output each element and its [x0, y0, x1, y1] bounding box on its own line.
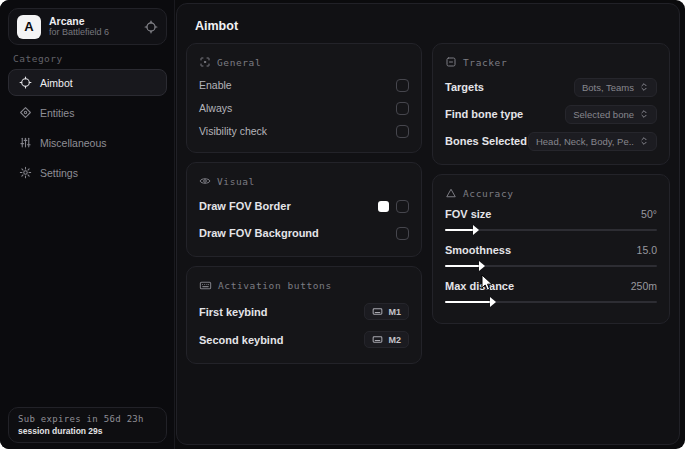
setting-label: Targets — [445, 81, 484, 93]
sidebar-item-label: Entities — [40, 107, 74, 119]
crosshair-icon[interactable] — [144, 20, 158, 34]
card-title: Activation buttons — [218, 280, 332, 291]
bones-selected-dropdown[interactable]: Head, Neck, Body, Pe.. — [528, 132, 657, 151]
sidebar-item-aimbot[interactable]: Aimbot — [8, 69, 167, 96]
sidebar-item-label: Settings — [40, 167, 78, 179]
chevrons-up-down-icon — [639, 109, 649, 119]
activation-card-header: Activation buttons — [199, 279, 409, 292]
slider-fill — [445, 229, 473, 231]
slider-header: Smoothness 15.0 — [445, 241, 657, 259]
setting-label: Enable — [199, 79, 232, 91]
keyboard-icon — [372, 334, 383, 345]
card-title: General — [217, 57, 261, 68]
targets-dropdown[interactable]: Bots, Teams — [574, 78, 657, 97]
app-subtitle: for Battlefield 6 — [49, 27, 136, 37]
dropdown-value: Bots, Teams — [582, 82, 634, 93]
dropdown-value: Head, Neck, Body, Pe.. — [536, 136, 634, 147]
keybind-value: M1 — [388, 307, 401, 317]
general-card-header: General — [199, 56, 409, 68]
slider-label: FOV size — [445, 208, 491, 220]
brand-card: A Arcane for Battlefield 6 — [8, 8, 167, 45]
main-panel: Aimbot General Enable — [176, 3, 680, 445]
subscription-info: Sub expires in 56d 23h session duration … — [8, 407, 167, 443]
brand-text: Arcane for Battlefield 6 — [49, 15, 136, 37]
chevrons-up-down-icon — [639, 136, 649, 146]
session-duration-text: session duration 29s — [18, 426, 157, 436]
setting-row: Always — [199, 97, 409, 119]
setting-label: Second keybind — [199, 334, 283, 346]
find-bone-type-dropdown[interactable]: Selected bone — [565, 105, 657, 124]
setting-label: Visibility check — [199, 125, 267, 137]
right-column: Tracker Targets Bots, Teams — [432, 43, 670, 324]
max-distance-slider[interactable] — [445, 301, 657, 303]
setting-row: Find bone type Selected bone — [445, 101, 657, 127]
setting-row: Bones Selected Head, Neck, Body, Pe.. — [445, 128, 657, 154]
card-title: Tracker — [463, 57, 507, 68]
control-group — [378, 200, 409, 213]
visibility-check-checkbox[interactable] — [396, 125, 409, 138]
triangle-icon — [445, 187, 457, 199]
accuracy-card-header: Accuracy — [445, 187, 657, 199]
smoothness-slider[interactable] — [445, 265, 657, 267]
draw-fov-border-checkbox[interactable] — [396, 200, 409, 213]
sidebar-nav: Aimbot Entities Miscellaneous — [8, 69, 167, 186]
second-keybind-button[interactable]: M2 — [364, 331, 409, 348]
sub-expiry-text: Sub expires in 56d 23h — [18, 414, 157, 424]
always-checkbox[interactable] — [396, 102, 409, 115]
sidebar-item-settings[interactable]: Settings — [8, 159, 167, 186]
dropdown-value: Selected bone — [573, 109, 634, 120]
slider-label: Max distance — [445, 280, 514, 292]
slider-fill — [445, 301, 490, 303]
slider-value: 15.0 — [637, 244, 657, 256]
visual-card: Visual Draw FOV Border Draw FOV Backgrou… — [186, 162, 422, 257]
setting-row: Draw FOV Border — [199, 193, 409, 219]
slider-header: FOV size 50° — [445, 205, 657, 223]
crosshair-icon — [19, 76, 32, 89]
eye-icon — [199, 175, 211, 187]
app-name: Arcane — [49, 15, 136, 27]
slider-row: Smoothness 15.0 — [445, 241, 657, 267]
tracker-card: Tracker Targets Bots, Teams — [432, 43, 670, 165]
keyboard-icon — [199, 279, 212, 292]
fov-size-slider[interactable] — [445, 229, 657, 231]
left-column: General Enable Always Visibility check — [186, 43, 422, 364]
sidebar-item-miscellaneous[interactable]: Miscellaneous — [8, 129, 167, 156]
setting-label: Always — [199, 102, 232, 114]
slider-thumb[interactable] — [490, 297, 496, 307]
slider-value: 50° — [641, 208, 657, 220]
sliders-icon — [19, 136, 32, 149]
card-title: Visual — [217, 176, 255, 187]
visual-card-header: Visual — [199, 175, 409, 187]
scan-crosshair-icon — [199, 56, 211, 68]
gear-icon — [19, 166, 32, 179]
sidebar-item-label: Aimbot — [40, 77, 73, 89]
fov-border-color-swatch[interactable] — [378, 201, 389, 212]
setting-row: Draw FOV Background — [199, 220, 409, 246]
slider-value: 250m — [631, 280, 657, 292]
setting-label: Bones Selected — [445, 135, 527, 147]
general-card: General Enable Always Visibility check — [186, 43, 422, 153]
page-title: Aimbot — [195, 19, 679, 33]
enable-checkbox[interactable] — [396, 79, 409, 92]
slider-thumb[interactable] — [473, 225, 479, 235]
setting-row: Enable — [199, 74, 409, 96]
slider-label: Smoothness — [445, 244, 511, 256]
category-label: Category — [13, 53, 63, 64]
keyboard-icon — [372, 306, 383, 317]
card-title: Accuracy — [463, 188, 514, 199]
sidebar: A Arcane for Battlefield 6 Category Aimb… — [0, 0, 175, 449]
app-logo: A — [17, 15, 41, 39]
chevrons-up-down-icon — [639, 82, 649, 92]
setting-row: Targets Bots, Teams — [445, 74, 657, 100]
entities-icon — [19, 106, 32, 119]
draw-fov-background-checkbox[interactable] — [396, 227, 409, 240]
slider-thumb[interactable] — [479, 261, 485, 271]
setting-label: First keybind — [199, 306, 267, 318]
setting-label: Draw FOV Background — [199, 227, 319, 239]
first-keybind-button[interactable]: M1 — [364, 303, 409, 320]
frame-minus-icon — [445, 56, 457, 68]
sidebar-item-entities[interactable]: Entities — [8, 99, 167, 126]
card-columns: General Enable Always Visibility check — [177, 43, 679, 364]
setting-label: Draw FOV Border — [199, 200, 291, 212]
setting-row: First keybind M1 — [199, 298, 409, 325]
